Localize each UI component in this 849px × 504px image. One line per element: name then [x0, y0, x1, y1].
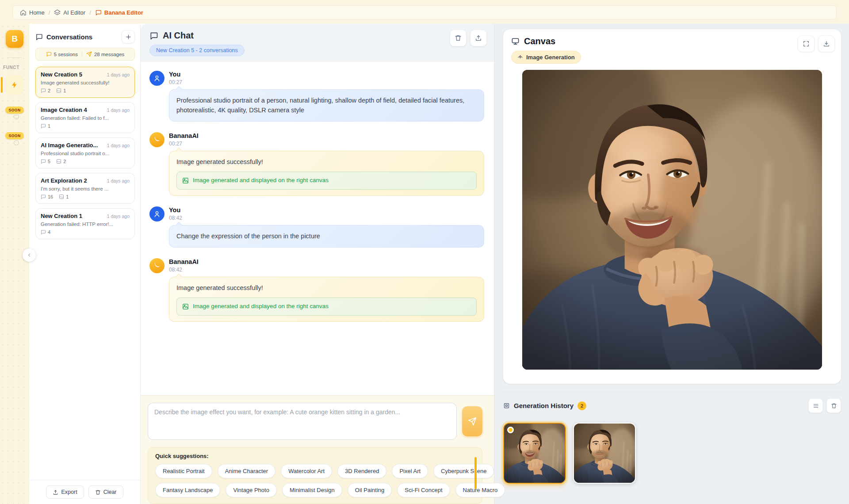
app-logo[interactable]: B	[6, 30, 23, 48]
function-item-soon-2: SOON	[5, 131, 24, 146]
suggestion-pill[interactable]: Pixel Art	[392, 464, 428, 478]
breadcrumb-ai-editor[interactable]: AI Editor	[54, 9, 85, 16]
conversation-item-image-creation-4[interactable]: Image Creation 41 days ago Generation fa…	[35, 102, 135, 133]
history-list-view-button[interactable]	[808, 398, 823, 413]
conversation-time: 1 days ago	[107, 107, 130, 113]
active-indicator-bar	[1, 77, 3, 93]
send-button[interactable]	[462, 406, 482, 436]
chat-title: AI Chat	[163, 31, 194, 41]
chat-bubble-icon	[35, 33, 43, 41]
mode-badge: Image Generation	[511, 51, 581, 64]
suggestion-pill[interactable]: Watercolor Art	[281, 464, 332, 478]
messages-stat: 28 messages	[86, 51, 124, 57]
chat-count-icon	[41, 88, 46, 93]
canvas-actions	[798, 35, 835, 52]
message-time: 08:42	[169, 267, 199, 273]
message-bubble: Image generated successfully! Image gene…	[169, 151, 484, 196]
conversation-title: New Creation 1	[41, 213, 82, 219]
share-icon	[475, 34, 482, 42]
banana-icon	[153, 261, 161, 270]
conversation-item-ai-image-generation[interactable]: AI Image Generatio...1 days ago Professi…	[35, 137, 135, 168]
suggestion-pill[interactable]: Cyberpunk Scene	[433, 464, 494, 478]
image-icon	[182, 303, 189, 310]
new-conversation-button[interactable]	[122, 30, 135, 43]
conversation-counts: 4	[41, 229, 130, 235]
breadcrumb-home[interactable]: Home	[20, 9, 45, 16]
topbar-wrap: Home / AI Editor / Banana Editor	[0, 0, 849, 24]
chat-count-icon	[41, 229, 46, 235]
chat-message-user: You08:42 Change the expression of the pe…	[149, 206, 484, 247]
suggestion-pill[interactable]: Minimalist Design	[282, 483, 342, 497]
chevron-left-icon	[27, 252, 32, 258]
message-count: 5	[48, 159, 50, 164]
conversation-time: 1 days ago	[107, 178, 130, 183]
session-badge[interactable]: New Creation 5 - 2 conversations	[149, 45, 245, 56]
function-item-image-generation[interactable]	[6, 75, 23, 95]
conversation-preview: Image generated successfully!	[41, 80, 130, 85]
monitor-icon	[511, 37, 520, 46]
canvas-card: Canvas Image Generation	[503, 29, 841, 384]
fullscreen-button[interactable]	[798, 35, 815, 52]
message-count: 16	[48, 194, 53, 199]
message-author: BananaAI	[169, 132, 199, 139]
disabled-function-icon	[13, 114, 19, 120]
download-image-button[interactable]	[818, 35, 835, 52]
collapse-sidebar-button[interactable]	[23, 248, 36, 262]
clear-history-button[interactable]	[826, 398, 841, 413]
soon-badge: SOON	[5, 132, 23, 139]
conversation-preview: Professional studio portrait o...	[41, 151, 130, 156]
generation-history: Generation History 2	[503, 392, 841, 504]
export-icon	[53, 489, 58, 495]
chat-count-icon	[41, 123, 46, 129]
quick-suggestions-label: Quick suggestions:	[155, 453, 475, 459]
conversation-title: New Creation 5	[41, 71, 82, 78]
download-icon	[823, 40, 830, 47]
history-count-badge: 2	[577, 401, 586, 410]
delete-chat-button[interactable]	[450, 30, 467, 46]
soon-badge: SOON	[5, 107, 23, 114]
suggestion-pill[interactable]: Vintage Photo	[226, 483, 276, 497]
conversation-item-new-creation-5[interactable]: New Creation 51 days ago Image generated…	[35, 67, 135, 98]
home-icon	[20, 9, 27, 16]
breadcrumb-separator: /	[89, 9, 91, 16]
conversation-item-art-exploration-2[interactable]: Art Exploration 21 days ago I'm sorry, b…	[35, 173, 135, 204]
main-layout: B FUNCT SOON SOON Conversations	[0, 24, 849, 504]
message-author: You	[169, 71, 182, 78]
clear-button-label: Clear	[103, 489, 117, 495]
trash-icon	[95, 489, 101, 495]
user-avatar	[149, 206, 164, 221]
attachment-label: Image generated and displayed on the rig…	[193, 176, 329, 185]
list-icon	[813, 403, 819, 409]
suggestion-pill[interactable]: Oil Painting	[348, 483, 392, 497]
suggestion-pill[interactable]: Fantasy Landscape	[155, 483, 220, 497]
suggestions-scrollbar[interactable]	[474, 457, 477, 489]
conversation-title: Image Creation 4	[41, 107, 87, 113]
message-time: 00:27	[169, 79, 182, 85]
conversation-item-new-creation-1[interactable]: New Creation 11 days ago Generation fail…	[35, 208, 135, 239]
history-thumb-2[interactable]	[573, 423, 636, 484]
plus-icon	[125, 34, 132, 40]
conversation-counts: 5 2	[41, 159, 130, 164]
conversations-header: Conversations	[29, 24, 140, 48]
suggestion-pill[interactable]: Nature Macro	[455, 483, 505, 497]
message-bubble: Image generated successfully! Image gene…	[169, 277, 484, 322]
history-actions	[808, 398, 841, 413]
suggestion-pill[interactable]: Anime Character	[218, 464, 276, 478]
breadcrumb-current[interactable]: Banana Editor	[95, 9, 143, 16]
conversation-title: AI Image Generatio...	[41, 142, 98, 149]
expand-icon	[803, 40, 810, 47]
export-button[interactable]: Export	[46, 485, 84, 499]
conversations-panel: Conversations 5 sessions 28 messages New…	[29, 24, 141, 504]
message-text: Image generated successfully!	[176, 283, 477, 293]
suggestion-pill[interactable]: 3D Rendered	[337, 464, 386, 478]
suggestion-pill[interactable]: Realistic Portrait	[155, 464, 212, 478]
clear-button[interactable]: Clear	[88, 485, 123, 499]
history-thumb-1[interactable]	[503, 423, 566, 484]
share-chat-button[interactable]	[470, 30, 487, 46]
suggestion-pill[interactable]: Sci-Fi Concept	[397, 483, 450, 497]
chat-message-user: You00:27 Professional studio portrait of…	[149, 71, 484, 122]
chat-bubble-icon	[149, 31, 158, 40]
chat-bubble-icon	[95, 9, 102, 16]
prompt-input[interactable]	[148, 403, 457, 440]
stats-divider	[82, 51, 82, 57]
